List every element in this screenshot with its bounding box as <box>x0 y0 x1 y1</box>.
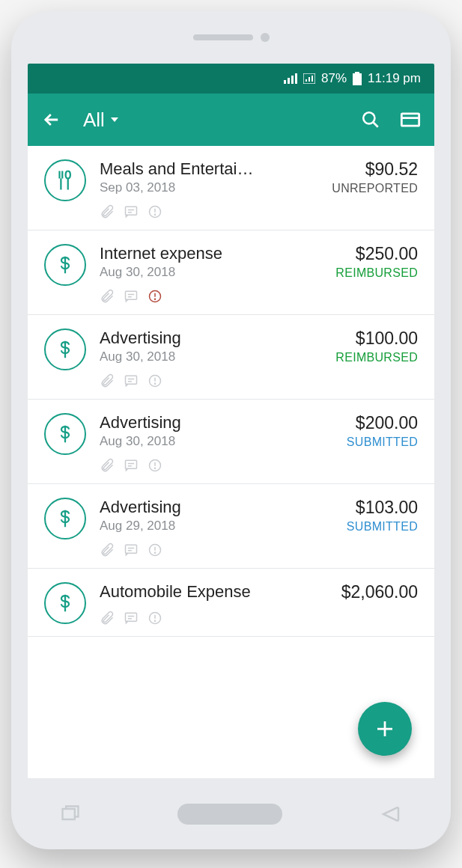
alert-icon <box>148 458 162 473</box>
screen: 87% 11:19 pm All Meals and Entertai…Sep … <box>28 64 434 778</box>
expense-row[interactable]: Meals and Entertai…Sep 03, 2018$90.52UNR… <box>28 146 434 230</box>
svg-point-10 <box>363 112 374 123</box>
expense-amount: $2,060.00 <box>341 582 418 602</box>
expense-date: Aug 30, 2018 <box>100 349 335 364</box>
svg-rect-2 <box>291 76 294 84</box>
expense-right: $100.00REIMBURSED <box>335 328 418 364</box>
expense-status: SUBMITTED <box>347 520 418 534</box>
expense-status: UNREPORTED <box>332 182 418 195</box>
expense-date: Sep 03, 2018 <box>100 180 332 195</box>
filter-label: All <box>83 109 105 132</box>
svg-rect-6 <box>308 77 310 82</box>
search-icon <box>361 110 380 129</box>
svg-point-18 <box>155 299 156 299</box>
expense-row[interactable]: Internet expenseAug 30, 2018$250.00REIMB… <box>28 230 434 315</box>
back-button[interactable] <box>41 109 62 130</box>
attachment-icon <box>100 289 115 304</box>
category-icon <box>44 498 86 540</box>
expense-row[interactable]: AdvertisingAug 29, 2018$103.00SUBMITTED <box>28 484 434 569</box>
alert-icon <box>148 289 162 304</box>
svg-rect-0 <box>284 80 286 84</box>
expense-category: Automobile Expense <box>100 582 279 602</box>
expense-category: Advertising <box>100 328 279 348</box>
svg-point-30 <box>155 620 156 621</box>
expense-amount: $100.00 <box>335 328 418 349</box>
phone-speaker-area <box>11 11 451 64</box>
card-button[interactable] <box>400 109 421 130</box>
comment-icon <box>124 289 139 304</box>
phone-camera <box>261 33 270 42</box>
svg-rect-31 <box>62 809 74 819</box>
back-nav-icon <box>380 803 402 825</box>
status-bar: 87% 11:19 pm <box>28 64 434 94</box>
attachment-icon <box>100 542 115 557</box>
clock-time: 11:19 pm <box>368 71 421 86</box>
signal-icon <box>284 73 297 84</box>
chevron-down-icon <box>109 114 120 125</box>
expense-date: Aug 30, 2018 <box>100 434 347 449</box>
search-button[interactable] <box>361 110 380 129</box>
svg-rect-19 <box>126 376 137 384</box>
expense-right: $90.52UNREPORTED <box>332 159 418 195</box>
expense-amount: $90.52 <box>332 159 418 180</box>
expense-list[interactable]: Meals and Entertai…Sep 03, 2018$90.52UNR… <box>28 146 434 778</box>
expense-category: Advertising <box>100 413 279 433</box>
expense-row[interactable]: AdvertisingAug 30, 2018$200.00SUBMITTED <box>28 400 434 484</box>
category-icon <box>44 582 86 624</box>
attachment-icon <box>100 373 115 388</box>
svg-rect-3 <box>295 73 297 84</box>
svg-rect-13 <box>126 207 137 215</box>
expense-right: $250.00REIMBURSED <box>335 244 418 280</box>
expense-category: Meals and Entertai… <box>100 159 279 179</box>
expense-row[interactable]: Automobile Expense$2,060.00 <box>28 569 434 637</box>
svg-rect-11 <box>401 114 419 126</box>
attachment-icon <box>100 611 115 626</box>
expense-amount: $103.00 <box>347 498 418 518</box>
expense-main: Internet expenseAug 30, 2018 <box>100 244 335 304</box>
alert-icon <box>148 611 162 626</box>
alert-icon <box>148 542 162 557</box>
expense-meta-icons <box>100 458 347 473</box>
svg-point-21 <box>155 383 156 384</box>
expense-status: SUBMITTED <box>347 435 418 449</box>
svg-point-24 <box>155 468 156 468</box>
filter-dropdown[interactable]: All <box>83 109 120 132</box>
svg-rect-28 <box>126 613 137 621</box>
category-icon <box>44 328 86 370</box>
battery-percent: 87% <box>321 71 347 86</box>
svg-rect-1 <box>288 78 290 84</box>
expense-meta-icons <box>100 611 341 626</box>
add-expense-fab[interactable] <box>358 702 412 756</box>
expense-amount: $250.00 <box>335 244 418 264</box>
alert-icon <box>148 204 162 219</box>
phone-nav-bar <box>11 778 451 849</box>
phone-speaker <box>193 34 253 40</box>
comment-icon <box>124 458 139 473</box>
svg-rect-25 <box>126 545 137 553</box>
comment-icon <box>124 204 139 219</box>
expense-amount: $200.00 <box>347 413 418 433</box>
battery-icon <box>353 72 362 85</box>
expense-date: Aug 29, 2018 <box>100 519 347 534</box>
expense-right: $2,060.00 <box>341 582 418 605</box>
expense-date: Aug 30, 2018 <box>100 265 335 280</box>
comment-icon <box>124 611 139 626</box>
expense-category: Advertising <box>100 498 279 517</box>
category-icon <box>44 244 86 286</box>
app-bar: All <box>28 94 434 146</box>
svg-rect-9 <box>355 72 359 73</box>
expense-right: $103.00SUBMITTED <box>347 498 418 534</box>
attachment-icon <box>100 204 115 219</box>
attachment-icon <box>100 458 115 473</box>
card-icon <box>400 109 421 130</box>
expense-meta-icons <box>100 289 335 304</box>
expense-main: Automobile Expense <box>100 582 341 626</box>
svg-rect-8 <box>353 73 362 85</box>
category-icon <box>44 159 86 201</box>
svg-point-27 <box>155 552 156 553</box>
expense-main: AdvertisingAug 29, 2018 <box>100 498 347 557</box>
category-icon <box>44 413 86 455</box>
home-button <box>177 804 282 825</box>
expense-row[interactable]: AdvertisingAug 30, 2018$100.00REIMBURSED <box>28 315 434 400</box>
expense-meta-icons <box>100 204 332 219</box>
